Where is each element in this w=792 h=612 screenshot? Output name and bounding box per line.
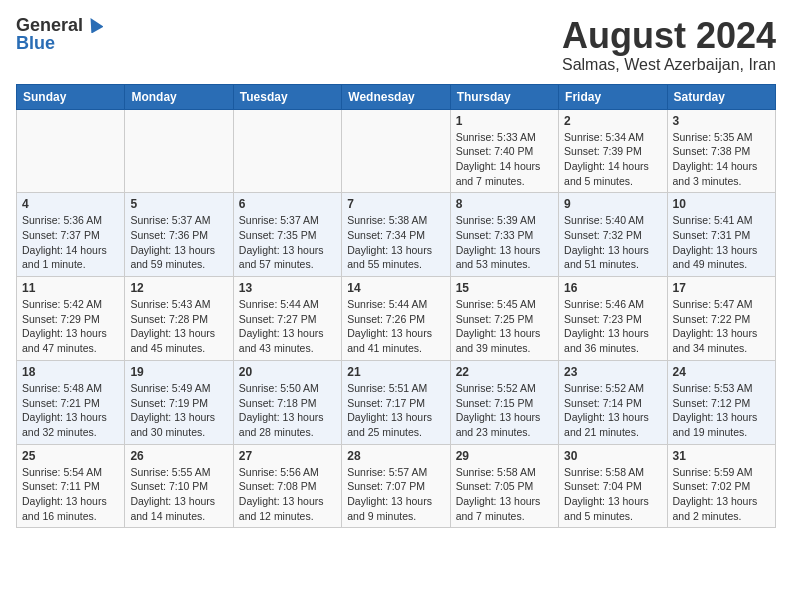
calendar-cell: 23Sunrise: 5:52 AMSunset: 7:14 PMDayligh…	[559, 360, 667, 444]
day-number: 24	[673, 365, 770, 379]
day-info: Sunrise: 5:44 AMSunset: 7:27 PMDaylight:…	[239, 297, 336, 356]
calendar-week-row: 18Sunrise: 5:48 AMSunset: 7:21 PMDayligh…	[17, 360, 776, 444]
logo: General Blue	[16, 16, 103, 52]
calendar-subtitle: Salmas, West Azerbaijan, Iran	[562, 56, 776, 74]
day-number: 23	[564, 365, 661, 379]
day-info: Sunrise: 5:52 AMSunset: 7:14 PMDaylight:…	[564, 381, 661, 440]
calendar-table: SundayMondayTuesdayWednesdayThursdayFrid…	[16, 84, 776, 529]
day-info: Sunrise: 5:45 AMSunset: 7:25 PMDaylight:…	[456, 297, 553, 356]
day-of-week-header: Tuesday	[233, 84, 341, 109]
calendar-cell: 15Sunrise: 5:45 AMSunset: 7:25 PMDayligh…	[450, 277, 558, 361]
header: General Blue August 2024 Salmas, West Az…	[16, 16, 776, 74]
day-number: 28	[347, 449, 444, 463]
day-number: 2	[564, 114, 661, 128]
calendar-cell: 27Sunrise: 5:56 AMSunset: 7:08 PMDayligh…	[233, 444, 341, 528]
day-number: 1	[456, 114, 553, 128]
calendar-cell: 21Sunrise: 5:51 AMSunset: 7:17 PMDayligh…	[342, 360, 450, 444]
calendar-cell: 19Sunrise: 5:49 AMSunset: 7:19 PMDayligh…	[125, 360, 233, 444]
day-number: 4	[22, 197, 119, 211]
calendar-cell: 14Sunrise: 5:44 AMSunset: 7:26 PMDayligh…	[342, 277, 450, 361]
day-number: 15	[456, 281, 553, 295]
day-number: 22	[456, 365, 553, 379]
calendar-cell: 28Sunrise: 5:57 AMSunset: 7:07 PMDayligh…	[342, 444, 450, 528]
calendar-cell: 4Sunrise: 5:36 AMSunset: 7:37 PMDaylight…	[17, 193, 125, 277]
calendar-title: August 2024	[562, 16, 776, 56]
day-number: 12	[130, 281, 227, 295]
day-of-week-header: Saturday	[667, 84, 775, 109]
day-info: Sunrise: 5:40 AMSunset: 7:32 PMDaylight:…	[564, 213, 661, 272]
calendar-cell: 31Sunrise: 5:59 AMSunset: 7:02 PMDayligh…	[667, 444, 775, 528]
day-of-week-header: Thursday	[450, 84, 558, 109]
day-info: Sunrise: 5:38 AMSunset: 7:34 PMDaylight:…	[347, 213, 444, 272]
day-of-week-header: Sunday	[17, 84, 125, 109]
day-info: Sunrise: 5:54 AMSunset: 7:11 PMDaylight:…	[22, 465, 119, 524]
day-number: 7	[347, 197, 444, 211]
day-info: Sunrise: 5:48 AMSunset: 7:21 PMDaylight:…	[22, 381, 119, 440]
calendar-cell: 26Sunrise: 5:55 AMSunset: 7:10 PMDayligh…	[125, 444, 233, 528]
day-number: 20	[239, 365, 336, 379]
svg-marker-0	[85, 15, 103, 33]
calendar-cell: 16Sunrise: 5:46 AMSunset: 7:23 PMDayligh…	[559, 277, 667, 361]
day-info: Sunrise: 5:35 AMSunset: 7:38 PMDaylight:…	[673, 130, 770, 189]
day-info: Sunrise: 5:53 AMSunset: 7:12 PMDaylight:…	[673, 381, 770, 440]
calendar-cell	[17, 109, 125, 193]
day-number: 18	[22, 365, 119, 379]
day-number: 30	[564, 449, 661, 463]
logo-general-text: General	[16, 16, 83, 34]
day-info: Sunrise: 5:37 AMSunset: 7:35 PMDaylight:…	[239, 213, 336, 272]
day-info: Sunrise: 5:59 AMSunset: 7:02 PMDaylight:…	[673, 465, 770, 524]
calendar-week-row: 4Sunrise: 5:36 AMSunset: 7:37 PMDaylight…	[17, 193, 776, 277]
day-info: Sunrise: 5:37 AMSunset: 7:36 PMDaylight:…	[130, 213, 227, 272]
calendar-cell: 29Sunrise: 5:58 AMSunset: 7:05 PMDayligh…	[450, 444, 558, 528]
day-number: 6	[239, 197, 336, 211]
day-info: Sunrise: 5:33 AMSunset: 7:40 PMDaylight:…	[456, 130, 553, 189]
day-info: Sunrise: 5:57 AMSunset: 7:07 PMDaylight:…	[347, 465, 444, 524]
calendar-cell: 7Sunrise: 5:38 AMSunset: 7:34 PMDaylight…	[342, 193, 450, 277]
day-number: 9	[564, 197, 661, 211]
day-number: 8	[456, 197, 553, 211]
day-info: Sunrise: 5:36 AMSunset: 7:37 PMDaylight:…	[22, 213, 119, 272]
day-info: Sunrise: 5:58 AMSunset: 7:04 PMDaylight:…	[564, 465, 661, 524]
day-info: Sunrise: 5:56 AMSunset: 7:08 PMDaylight:…	[239, 465, 336, 524]
day-number: 17	[673, 281, 770, 295]
calendar-cell: 20Sunrise: 5:50 AMSunset: 7:18 PMDayligh…	[233, 360, 341, 444]
calendar-cell: 13Sunrise: 5:44 AMSunset: 7:27 PMDayligh…	[233, 277, 341, 361]
day-of-week-header: Wednesday	[342, 84, 450, 109]
calendar-cell: 9Sunrise: 5:40 AMSunset: 7:32 PMDaylight…	[559, 193, 667, 277]
calendar-cell: 24Sunrise: 5:53 AMSunset: 7:12 PMDayligh…	[667, 360, 775, 444]
day-number: 16	[564, 281, 661, 295]
day-number: 27	[239, 449, 336, 463]
day-number: 21	[347, 365, 444, 379]
day-info: Sunrise: 5:43 AMSunset: 7:28 PMDaylight:…	[130, 297, 227, 356]
day-info: Sunrise: 5:49 AMSunset: 7:19 PMDaylight:…	[130, 381, 227, 440]
day-info: Sunrise: 5:58 AMSunset: 7:05 PMDaylight:…	[456, 465, 553, 524]
day-info: Sunrise: 5:46 AMSunset: 7:23 PMDaylight:…	[564, 297, 661, 356]
logo-blue-text: Blue	[16, 34, 55, 52]
calendar-cell: 10Sunrise: 5:41 AMSunset: 7:31 PMDayligh…	[667, 193, 775, 277]
day-info: Sunrise: 5:55 AMSunset: 7:10 PMDaylight:…	[130, 465, 227, 524]
calendar-cell	[342, 109, 450, 193]
calendar-cell: 5Sunrise: 5:37 AMSunset: 7:36 PMDaylight…	[125, 193, 233, 277]
day-info: Sunrise: 5:42 AMSunset: 7:29 PMDaylight:…	[22, 297, 119, 356]
title-area: August 2024 Salmas, West Azerbaijan, Ira…	[562, 16, 776, 74]
calendar-header-row: SundayMondayTuesdayWednesdayThursdayFrid…	[17, 84, 776, 109]
day-number: 11	[22, 281, 119, 295]
day-number: 29	[456, 449, 553, 463]
day-of-week-header: Monday	[125, 84, 233, 109]
calendar-cell	[233, 109, 341, 193]
calendar-cell: 17Sunrise: 5:47 AMSunset: 7:22 PMDayligh…	[667, 277, 775, 361]
calendar-week-row: 11Sunrise: 5:42 AMSunset: 7:29 PMDayligh…	[17, 277, 776, 361]
day-number: 3	[673, 114, 770, 128]
calendar-cell: 3Sunrise: 5:35 AMSunset: 7:38 PMDaylight…	[667, 109, 775, 193]
calendar-cell: 30Sunrise: 5:58 AMSunset: 7:04 PMDayligh…	[559, 444, 667, 528]
calendar-cell: 8Sunrise: 5:39 AMSunset: 7:33 PMDaylight…	[450, 193, 558, 277]
calendar-week-row: 1Sunrise: 5:33 AMSunset: 7:40 PMDaylight…	[17, 109, 776, 193]
day-number: 25	[22, 449, 119, 463]
day-info: Sunrise: 5:47 AMSunset: 7:22 PMDaylight:…	[673, 297, 770, 356]
day-info: Sunrise: 5:51 AMSunset: 7:17 PMDaylight:…	[347, 381, 444, 440]
calendar-week-row: 25Sunrise: 5:54 AMSunset: 7:11 PMDayligh…	[17, 444, 776, 528]
day-info: Sunrise: 5:41 AMSunset: 7:31 PMDaylight:…	[673, 213, 770, 272]
day-info: Sunrise: 5:34 AMSunset: 7:39 PMDaylight:…	[564, 130, 661, 189]
day-number: 13	[239, 281, 336, 295]
day-of-week-header: Friday	[559, 84, 667, 109]
